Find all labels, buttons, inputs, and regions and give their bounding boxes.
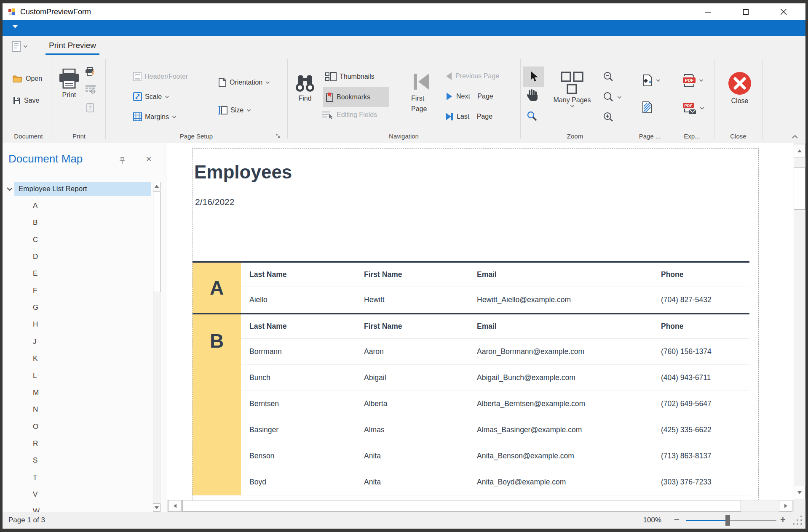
find-binoculars-icon [294,74,316,93]
quick-access-dropdown-icon[interactable] [13,25,18,28]
docmap-letter-O[interactable]: O [33,420,58,434]
docmap-scroll-up-button[interactable] [153,182,161,190]
column-header: Email [468,322,653,331]
column-header: First Name [356,270,468,279]
docmap-letter-A[interactable]: A [33,199,58,213]
employee-cell: Abigail [356,373,468,382]
employee-row: AielloHewittHewitt_Aiello@example.com(70… [241,287,749,313]
docmap-letter-E[interactable]: E [33,266,58,281]
tree-expander-icon[interactable] [6,185,13,193]
employee-cell: Aaron [356,347,468,356]
close-preview-icon [728,71,752,96]
print-options-button[interactable] [86,85,96,94]
preview-vscrollbar-thumb[interactable] [794,168,805,210]
open-button[interactable]: Open [13,74,42,82]
preview-scroll-down-button[interactable] [794,486,805,499]
document-map-close-button[interactable]: ✕ [144,155,153,164]
collapse-ribbon-button[interactable] [790,133,800,140]
find-button[interactable]: Find [292,74,318,102]
docmap-letter-B[interactable]: B [33,215,58,230]
docmap-letter-W[interactable]: W [33,504,58,512]
zoom-tool-button[interactable] [527,111,540,124]
first-page-icon [412,72,431,91]
send-pdf-email-button[interactable]: PDF [682,101,704,115]
open-folder-icon [13,74,23,82]
preview-scroll-right-button[interactable] [779,500,792,512]
group-label-print: Print [53,131,105,141]
group-label-navigation: Navigation [287,131,520,141]
docmap-scrollbar-thumb[interactable] [153,191,161,292]
zoom-slider-track[interactable] [728,520,776,521]
docmap-letter-L[interactable]: L [33,369,58,383]
last-page-icon [445,112,454,121]
minimize-button[interactable] [696,3,720,20]
watermark-button[interactable] [642,101,652,115]
page-setup-dialog-button[interactable]: ? [86,102,94,112]
pointer-tool-button[interactable] [523,66,544,87]
next-page-button[interactable]: Next Page [446,92,493,101]
close-preview-button[interactable]: Close [726,71,753,105]
preview-hscrollbar-thumb[interactable] [182,500,741,512]
application-menu-button[interactable] [11,40,35,53]
docmap-letter-R[interactable]: R [33,436,58,451]
employee-cell: Alberta_Berntsen@example.com [468,399,653,408]
print-preview-page[interactable]: Employees 2/16/2022 ALast NameFirst Name… [167,143,794,500]
panel-splitter[interactable] [162,143,167,512]
employee-cell: (704) 827-5432 [653,295,749,304]
last-page-button[interactable]: Last Page [445,112,492,121]
docmap-letter-D[interactable]: D [33,250,58,264]
close-window-button[interactable] [772,3,795,20]
maximize-button[interactable] [734,3,757,20]
bookmarks-button[interactable]: Bookmarks [323,87,389,107]
page-color-button[interactable] [642,74,661,86]
zoom-dropdown-button[interactable] [602,91,622,103]
zoom-slider-track-filled[interactable] [686,520,728,521]
docmap-root-item[interactable]: Employee List Report [14,182,151,196]
docmap-letter-T[interactable]: T [33,471,58,485]
employee-cell: (303) 376-7233 [653,478,749,487]
docmap-scroll-down-button[interactable] [153,503,161,512]
zoom-out-icon [602,71,614,83]
zoom-out-button[interactable] [602,71,614,85]
scale-icon [133,92,142,101]
scale-button[interactable]: Scale [133,92,169,101]
maximize-icon [743,9,749,15]
size-button[interactable]: Size [218,106,251,115]
tab-print-preview[interactable]: Print Preview [45,36,100,56]
margins-button[interactable]: Margins [133,112,177,121]
resize-grip-icon[interactable] [793,516,804,527]
export-pdf-button[interactable]: PDF [682,74,704,87]
print-button[interactable]: Print [56,69,82,99]
first-page-button[interactable]: First Page [409,72,433,114]
docmap-letter-N[interactable]: N [33,402,58,417]
zoom-slider-thumb[interactable] [725,515,730,526]
docmap-letter-J[interactable]: J [33,335,58,349]
clipboard-question-icon: ? [86,102,94,112]
quick-print-button[interactable] [85,67,96,77]
docmap-letter-S[interactable]: S [33,453,58,468]
docmap-letter-G[interactable]: G [33,301,58,315]
zoom-in-button[interactable] [602,112,614,125]
thumbnails-button[interactable]: Thumbnails [325,72,375,81]
pointer-cursor-icon [529,71,539,82]
orientation-button[interactable]: Orientation [218,78,270,87]
pin-icon[interactable] [119,157,126,164]
tab-active-underline [45,53,99,55]
page-setup-dialog-launcher[interactable] [276,133,281,139]
employee-cell: Almas_Basinger@example.com [468,426,653,434]
docmap-letter-F[interactable]: F [33,284,58,298]
many-pages-button[interactable]: Many Pages [547,71,597,108]
zoom-out-slider-button[interactable]: − [674,512,680,529]
preview-scroll-up-button[interactable] [794,144,805,157]
group-label-document: Document [4,131,53,141]
docmap-letter-C[interactable]: C [33,233,58,247]
docmap-letter-H[interactable]: H [33,317,58,332]
docmap-letter-K[interactable]: K [33,351,58,366]
docmap-letter-M[interactable]: M [33,386,58,400]
hand-tool-button[interactable] [526,89,541,104]
docmap-letter-V[interactable]: V [33,487,58,502]
zoom-in-slider-button[interactable]: + [780,512,786,529]
preview-scroll-left-button[interactable] [168,500,182,512]
column-header: First Name [356,322,468,331]
save-button[interactable]: Save [13,96,39,105]
